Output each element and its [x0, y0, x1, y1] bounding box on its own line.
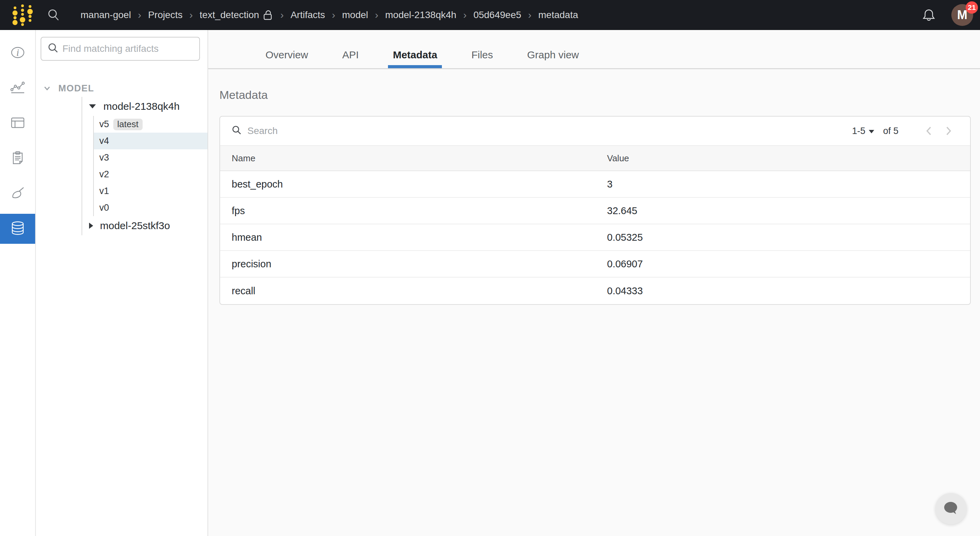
caret-right-icon	[89, 223, 93, 229]
table-search-box[interactable]	[232, 125, 852, 137]
breadcrumb-separator: ›	[375, 9, 379, 21]
chat-bubble-icon	[943, 500, 959, 517]
sidebar-item-reports[interactable]	[0, 141, 35, 176]
artifact-search-input[interactable]	[62, 43, 193, 55]
main-panel: OverviewAPIMetadataFilesGraph view Metad…	[208, 30, 980, 536]
breadcrumb-separator: ›	[138, 9, 141, 21]
version-v1[interactable]: v1	[94, 183, 207, 200]
cell-value: 0.05325	[607, 232, 958, 243]
artifact-tree: MODEL model-2138qk4h v5latestv4v3v2v1v0 …	[36, 80, 207, 235]
page-total-label: of 5	[883, 126, 899, 136]
breadcrumb-separator: ›	[463, 9, 466, 21]
tree-section-label: MODEL	[58, 83, 94, 94]
notification-count-badge[interactable]: 21	[966, 2, 978, 14]
breadcrumb-item-Projects[interactable]: Projects	[148, 10, 183, 21]
tab-metadata[interactable]: Metadata	[388, 30, 442, 68]
version-v3[interactable]: v3	[94, 149, 207, 166]
table-toolbar: 1-5 of 5	[220, 117, 970, 145]
breadcrumb-item-manan-goel[interactable]: manan-goel	[81, 10, 131, 21]
breadcrumb-separator: ›	[189, 9, 193, 21]
artifact-node-model-2138qk4h[interactable]: model-2138qk4h	[82, 97, 207, 116]
version-v4[interactable]: v4	[94, 133, 207, 149]
metadata-table-card: 1-5 of 5	[220, 116, 971, 305]
table-row: recall0.04333	[220, 278, 970, 304]
version-v0[interactable]: v0	[94, 200, 207, 216]
cell-name: hmean	[232, 232, 607, 243]
user-avatar[interactable]: M 21	[951, 4, 973, 26]
column-header-value: Value	[607, 153, 958, 164]
page-title: Metadata	[220, 88, 971, 101]
clipboard-icon	[10, 150, 25, 167]
breadcrumb-separator: ›	[332, 9, 336, 21]
database-icon	[10, 220, 25, 237]
cell-value: 0.04333	[607, 285, 958, 297]
version-label: v1	[99, 186, 109, 197]
sidebar-item-tables[interactable]	[0, 106, 35, 141]
artifact-node-label: model-25stkf3o	[100, 220, 170, 232]
tab-overview[interactable]: Overview	[261, 30, 313, 68]
version-label: v0	[99, 203, 109, 213]
sidebar-item-overview[interactable]: i	[0, 35, 35, 71]
cell-name: precision	[232, 258, 607, 270]
breadcrumb-item-model[interactable]: model	[342, 10, 368, 21]
chevron-down-icon	[43, 85, 51, 91]
version-label: v3	[99, 152, 109, 163]
page-range-label: 1-5	[852, 126, 865, 136]
artifact-search-box[interactable]	[41, 37, 200, 61]
breadcrumb: manan-goel›Projects›text_detection ›Arti…	[81, 9, 578, 21]
cell-value: 0.06907	[607, 258, 958, 270]
line-chart-icon	[10, 80, 25, 97]
sidebar-item-artifacts[interactable]	[0, 214, 35, 244]
version-v5[interactable]: v5latest	[94, 116, 207, 133]
version-list: v5latestv4v3v2v1v0	[93, 116, 207, 216]
global-search-icon[interactable]	[46, 8, 61, 22]
tree-section-model[interactable]: MODEL	[36, 80, 207, 97]
table-row: best_epoch3	[220, 171, 970, 198]
broom-icon	[10, 186, 25, 202]
cell-name: best_epoch	[232, 179, 607, 190]
cell-name: fps	[232, 205, 607, 217]
table-row: precision0.06907	[220, 251, 970, 278]
table-row: hmean0.05325	[220, 224, 970, 251]
table-icon	[10, 115, 25, 132]
tab-api[interactable]: API	[337, 30, 363, 68]
pagination: 1-5 of 5	[852, 125, 958, 136]
version-label: v4	[99, 136, 109, 146]
table-header-row: Name Value	[220, 145, 970, 171]
svg-text:i: i	[16, 47, 19, 58]
artifact-sidebar: MODEL model-2138qk4h v5latestv4v3v2v1v0 …	[36, 30, 208, 536]
version-v2[interactable]: v2	[94, 166, 207, 183]
artifact-node-model-25stkf3o[interactable]: model-25stkf3o	[82, 216, 207, 235]
left-icon-rail: i	[0, 30, 36, 536]
caret-down-icon	[89, 104, 96, 108]
help-chat-button[interactable]	[935, 493, 967, 525]
breadcrumb-item-Artifacts[interactable]: Artifacts	[290, 10, 325, 21]
unlock-icon	[263, 10, 273, 21]
notifications-bell-icon[interactable]	[922, 8, 935, 22]
cell-name: recall	[232, 285, 607, 297]
cell-value: 3	[607, 179, 958, 190]
artifact-node-label: model-2138qk4h	[103, 101, 180, 112]
wandb-logo[interactable]	[3, 2, 36, 28]
tab-bar: OverviewAPIMetadataFilesGraph view	[208, 30, 980, 69]
table-search-input[interactable]	[247, 125, 452, 137]
tab-graph-view[interactable]: Graph view	[522, 30, 584, 68]
sidebar-item-charts[interactable]	[0, 71, 35, 106]
version-label: v5	[99, 119, 109, 130]
previous-page-button[interactable]	[919, 125, 939, 136]
top-navigation-bar: manan-goel›Projects›text_detection ›Arti…	[0, 0, 980, 30]
tab-files[interactable]: Files	[466, 30, 498, 68]
breadcrumb-separator: ›	[280, 9, 283, 21]
breadcrumb-item-05d649ee5[interactable]: 05d649ee5	[473, 10, 521, 21]
search-icon	[232, 125, 242, 137]
breadcrumb-item-model-2138qk4h[interactable]: model-2138qk4h	[385, 10, 457, 21]
next-page-button[interactable]	[939, 125, 958, 136]
sidebar-item-sweeps[interactable]	[0, 176, 35, 211]
version-label: v2	[99, 169, 109, 180]
breadcrumb-item-text_detection[interactable]: text_detection	[200, 10, 259, 21]
table-row: fps32.645	[220, 198, 970, 224]
column-header-name: Name	[232, 153, 607, 164]
metadata-content: Metadata 1-5	[208, 69, 980, 536]
breadcrumb-item-metadata[interactable]: metadata	[538, 10, 578, 21]
page-range-dropdown[interactable]: 1-5	[852, 126, 874, 136]
